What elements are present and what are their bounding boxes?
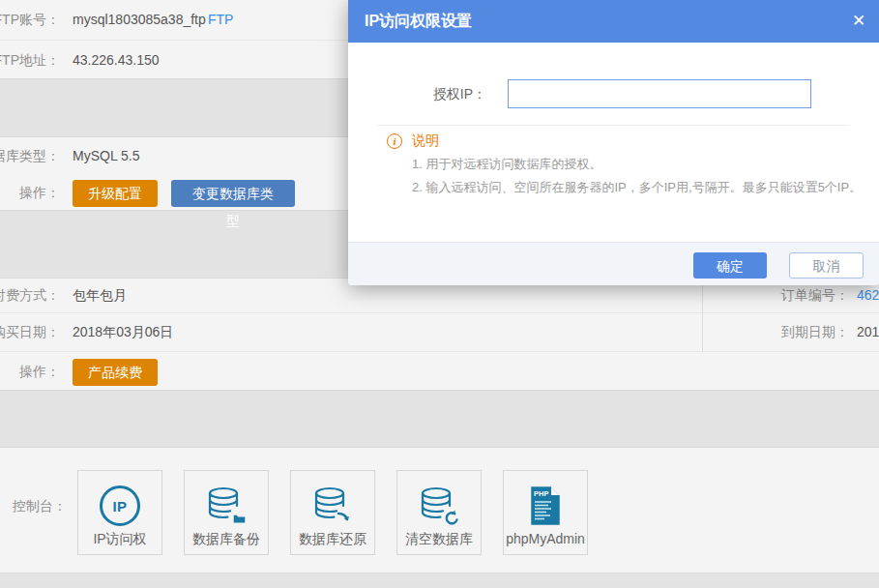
db-actions-label: 操作： xyxy=(19,174,60,212)
ftp-link[interactable]: FTP xyxy=(208,0,233,40)
console-card-db-restore[interactable]: 数据库还原 xyxy=(290,470,375,555)
expire-date-value: 2018 xyxy=(857,313,879,351)
console-card-phpmyadmin[interactable]: PHP phpMyAdmin xyxy=(503,470,588,555)
modal-header: IP访问权限设置 ✕ xyxy=(348,0,879,43)
renew-actions-label: 操作： xyxy=(19,352,60,392)
notes-heading: 说明 xyxy=(412,132,439,150)
change-db-type-button[interactable]: 变更数据库类型 xyxy=(171,180,295,207)
note-item-2: 2. 输入远程访问、空间所在服务器的IP，多个IP用,号隔开。最多只能设置5个I… xyxy=(412,179,862,196)
phpmyadmin-icon: PHP xyxy=(528,484,563,528)
console-card-label: phpMyAdmin xyxy=(506,531,585,546)
modal-title: IP访问权限设置 xyxy=(365,0,472,43)
console-card-label: IP访问权 xyxy=(93,531,146,548)
authorized-ip-label: 授权IP： xyxy=(433,79,486,108)
section-console: 控制台： IP IP访问权 数据库备份 xyxy=(0,447,879,573)
pay-method-label: 付费方式： xyxy=(0,279,60,312)
console-label: 控制台： xyxy=(13,498,67,515)
authorized-ip-input[interactable] xyxy=(508,79,811,108)
db-type-value: MySQL 5.5 xyxy=(73,137,140,174)
expire-date-label: 到期日期： xyxy=(781,313,849,351)
purchase-date-label: 购买日期： xyxy=(0,313,60,351)
purchase-date-value: 2018年03月06日 xyxy=(73,313,173,351)
column-divider xyxy=(702,279,703,351)
confirm-button[interactable]: 确定 xyxy=(693,252,767,279)
console-card-label: 清空数据库 xyxy=(405,531,473,548)
modal-footer: 确定 取消 xyxy=(348,242,879,285)
ip-access-icon: IP xyxy=(100,484,140,528)
ftp-account-label: 库FTP账号： xyxy=(0,0,60,40)
svg-text:PHP: PHP xyxy=(534,489,548,498)
ip-access-modal: IP访问权限设置 ✕ 授权IP： i 说明 1. 用于对远程访问数据库的授权。 … xyxy=(348,0,879,285)
modal-divider xyxy=(377,125,849,126)
ftp-account-value: mysql1803085a38_ftp xyxy=(73,0,206,40)
console-card-label: 数据库备份 xyxy=(192,531,260,548)
row-renew-action: 操作： 产品续费 xyxy=(0,352,879,392)
section-billing: 付费方式： 包年包月 订单编号： 462 购买日期： 2018年03月06日 到… xyxy=(0,278,879,391)
database-restore-icon xyxy=(310,484,355,528)
console-card-ip-access[interactable]: IP IP访问权 xyxy=(77,470,162,555)
database-clear-icon xyxy=(417,484,461,528)
database-backup-icon xyxy=(204,484,249,528)
upgrade-config-button[interactable]: 升级配置 xyxy=(73,180,158,207)
console-card-label: 数据库还原 xyxy=(299,531,366,548)
info-icon: i xyxy=(387,133,402,149)
screen: 库FTP账号： mysql1803085a38_ftp FTP 库FTP地址： … xyxy=(0,0,879,588)
ftp-address-value: 43.226.43.150 xyxy=(73,41,160,79)
close-icon[interactable]: ✕ xyxy=(848,11,869,32)
row-purchase-date: 购买日期： 2018年03月06日 到期日期： 2018 xyxy=(0,313,879,351)
note-item-1: 1. 用于对远程访问数据库的授权。 xyxy=(412,156,601,173)
renew-product-button[interactable]: 产品续费 xyxy=(73,359,158,386)
db-type-label: 据库类型： xyxy=(0,137,60,174)
pay-method-value: 包年包月 xyxy=(73,279,127,312)
ftp-address-label: 库FTP地址： xyxy=(0,41,60,79)
console-card-db-clear[interactable]: 清空数据库 xyxy=(396,470,482,555)
console-card-db-backup[interactable]: 数据库备份 xyxy=(184,470,269,555)
cancel-button[interactable]: 取消 xyxy=(789,252,864,279)
